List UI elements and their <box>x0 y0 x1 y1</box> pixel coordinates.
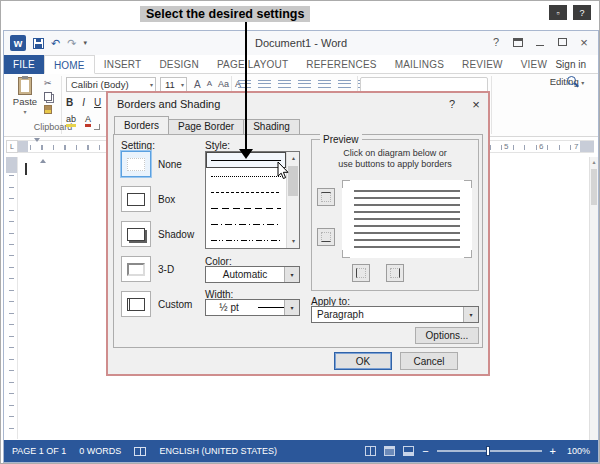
right-border-button[interactable] <box>386 264 404 282</box>
cancel-button[interactable]: Cancel <box>400 352 458 370</box>
paste-button[interactable]: Paste ▾ <box>10 77 40 127</box>
ribbon-tab[interactable]: FILE <box>4 55 44 74</box>
editing-group-button[interactable]: Editing ▾ <box>538 76 596 134</box>
word-logo-icon[interactable]: w <box>10 35 26 51</box>
proofing-book-icon[interactable] <box>134 447 146 456</box>
page-indicator[interactable]: PAGE 1 OF 1 <box>12 446 66 456</box>
dialog-tab[interactable]: Borders <box>114 116 169 134</box>
sort-icon[interactable] <box>338 80 351 90</box>
close-icon[interactable]: × <box>574 33 594 51</box>
style-list-item[interactable] <box>206 216 286 232</box>
ribbon-tab[interactable]: MAILINGS <box>386 55 453 74</box>
width-dropdown[interactable]: ½ pt ▾ <box>205 299 300 316</box>
tab-selector-box[interactable]: L <box>6 140 18 153</box>
apply-to-value: Paragraph <box>312 309 463 320</box>
left-border-button[interactable] <box>352 264 370 282</box>
zoom-slider[interactable] <box>437 450 542 452</box>
setting-option[interactable]: Box <box>121 186 194 212</box>
word-count[interactable]: 0 WORDS <box>79 446 121 456</box>
options-button[interactable]: Options... <box>415 327 479 344</box>
color-dropdown[interactable]: Automatic ▾ <box>205 266 300 283</box>
zoom-slider-thumb[interactable] <box>486 446 490 456</box>
style-list-item[interactable] <box>206 168 286 184</box>
ok-button[interactable]: OK <box>334 352 392 370</box>
numbering-icon[interactable] <box>258 80 271 90</box>
print-layout-icon[interactable] <box>384 446 395 456</box>
ribbon-tab[interactable]: INSERT <box>95 55 151 74</box>
setting-option-label: None <box>158 159 182 170</box>
shrink-font-icon[interactable]: A <box>207 79 212 90</box>
bold-button[interactable]: B <box>66 97 73 108</box>
help-badge-icon[interactable]: ? <box>573 5 591 20</box>
scrollbar-thumb[interactable] <box>591 169 597 205</box>
top-border-button[interactable] <box>317 188 335 206</box>
cut-icon[interactable]: ✂ <box>44 78 52 88</box>
highlight-color-icon[interactable]: ab <box>66 114 76 127</box>
change-case-icon[interactable]: Aa <box>218 79 229 90</box>
clipboard-dialog-launcher-icon[interactable] <box>94 124 100 130</box>
increase-indent-icon[interactable] <box>318 80 331 90</box>
maximize-icon[interactable] <box>552 33 572 51</box>
format-painter-icon[interactable] <box>44 105 52 114</box>
font-color-icon[interactable]: A <box>85 114 91 127</box>
style-list-item[interactable] <box>206 184 286 200</box>
help-icon[interactable]: ? <box>486 33 506 51</box>
setting-option[interactable]: 3-D <box>121 256 194 282</box>
setting-option-icon <box>121 256 151 282</box>
multilevel-list-icon[interactable] <box>278 80 291 90</box>
ribbon-tab[interactable]: HOME <box>44 55 95 74</box>
customize-qat-icon[interactable]: ▾ <box>83 39 87 47</box>
setting-option[interactable]: None <box>121 151 194 177</box>
setting-options: None Box Shadow 3-D <box>121 151 194 317</box>
minimize-icon[interactable] <box>530 33 550 51</box>
window-badge-icon[interactable]: ▫ <box>549 5 567 20</box>
zoom-level[interactable]: 100% <box>564 446 590 456</box>
language-indicator[interactable]: ENGLISH (UNITED STATES) <box>159 446 277 456</box>
font-size-combo[interactable]: 11 ▾ <box>160 77 187 92</box>
ribbon-tab-bar: FILEHOMEINSERTDESIGNPAGE LAYOUTREFERENCE… <box>4 55 598 74</box>
preview-diagram[interactable] <box>342 180 472 258</box>
setting-option[interactable]: Shadow <box>121 221 194 247</box>
dialog-tab[interactable]: Shading <box>243 119 300 134</box>
dialog-help-icon[interactable]: ? <box>440 95 464 113</box>
italic-button[interactable]: I <box>82 97 85 108</box>
ruler-number: 7 <box>574 142 578 151</box>
chevron-down-icon[interactable]: ▾ <box>463 307 478 322</box>
sign-in-link[interactable]: Sign in <box>545 55 596 74</box>
copy-icon[interactable] <box>44 92 52 101</box>
chevron-down-icon[interactable]: ▾ <box>284 267 299 282</box>
setting-option[interactable]: Custom <box>121 291 194 317</box>
ribbon-tab[interactable]: REFERENCES <box>297 55 385 74</box>
vertical-scrollbar[interactable]: ▴ <box>589 157 598 442</box>
chevron-down-icon: ▾ <box>148 81 155 88</box>
zoom-in-button[interactable]: + <box>550 446 556 457</box>
dialog-title-bar[interactable]: Borders and Shading ? × <box>108 93 488 115</box>
apply-to-dropdown[interactable]: Paragraph ▾ <box>311 306 479 323</box>
undo-icon[interactable]: ↶ <box>51 38 60 49</box>
setting-option-label: 3-D <box>158 264 174 275</box>
redo-icon[interactable]: ↷ <box>67 38 76 49</box>
style-list-item[interactable] <box>206 232 286 248</box>
underline-button[interactable]: U <box>94 97 101 108</box>
chevron-down-icon[interactable]: ▾ <box>284 300 299 315</box>
corner-badges: ▫ ? <box>549 5 591 20</box>
zoom-out-button[interactable]: − <box>422 446 428 457</box>
scroll-down-icon[interactable]: ▾ <box>287 235 300 248</box>
ribbon-tab[interactable]: REVIEW <box>453 55 512 74</box>
grow-font-icon[interactable]: A <box>194 79 201 90</box>
save-icon[interactable] <box>33 38 44 49</box>
web-layout-icon[interactable] <box>403 446 414 456</box>
font-size-value: 11 <box>165 79 175 90</box>
bottom-border-button[interactable] <box>317 228 335 246</box>
indent-markers[interactable] <box>34 142 42 160</box>
dialog-close-icon[interactable]: × <box>464 95 488 113</box>
ribbon-tab[interactable]: PAGE LAYOUT <box>208 55 297 74</box>
scroll-up-icon[interactable]: ▴ <box>590 157 598 167</box>
font-name-combo[interactable]: Calibri (Body) ▾ <box>66 77 156 92</box>
read-mode-icon[interactable] <box>365 446 376 456</box>
dialog-tab[interactable]: Page Border <box>168 119 244 134</box>
ribbon-tab[interactable]: DESIGN <box>150 55 208 74</box>
ribbon-display-options-icon[interactable] <box>508 33 528 51</box>
decrease-indent-icon[interactable] <box>298 80 311 90</box>
style-list-item[interactable] <box>206 200 286 216</box>
